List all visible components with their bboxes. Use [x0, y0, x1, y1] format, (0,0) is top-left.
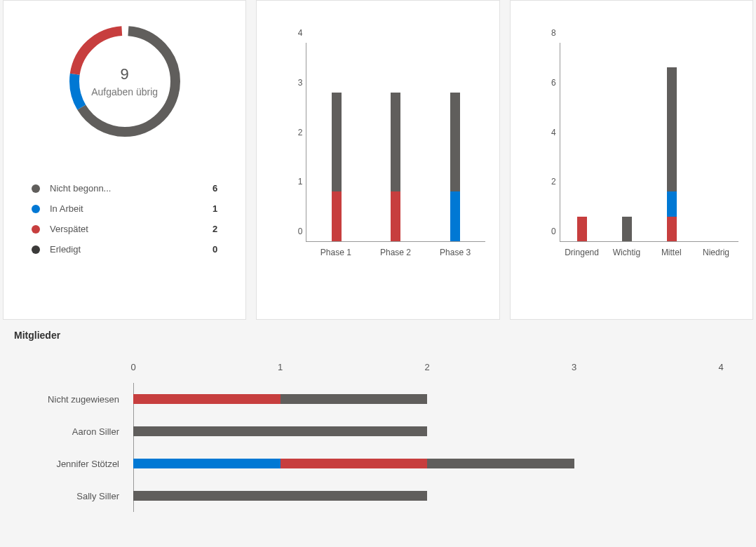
y-tick: 0 — [285, 227, 302, 236]
x-tick: 1 — [278, 362, 283, 372]
member-label: Jennifer Stötzel — [7, 459, 126, 469]
legend-swatch — [32, 184, 40, 193]
member-row: Aaron Siller — [133, 415, 721, 447]
bar-segment — [427, 459, 574, 468]
legend-label: Erledigt — [50, 244, 212, 255]
donut-legend: Nicht begonn...6In Arbeit1Verspätet2Erle… — [18, 183, 231, 255]
bar-segment — [667, 67, 677, 191]
donut-center-label: Aufgaben übrig — [91, 86, 158, 97]
bar-segment — [667, 217, 677, 241]
legend-label: In Arbeit — [50, 203, 212, 214]
legend-row: Nicht begonn...6 — [32, 183, 217, 194]
phases-chart-card: 01234Phase 1Phase 2Phase 3 — [256, 0, 499, 320]
legend-swatch — [32, 225, 40, 234]
bar-segment — [133, 459, 281, 468]
y-tick: 2 — [285, 128, 302, 137]
donut-chart: 9 Aufgaben übrig — [18, 22, 231, 141]
y-tick: 2 — [539, 177, 556, 187]
bar-segment — [622, 217, 632, 241]
legend-row: Verspätet2 — [32, 224, 217, 234]
donut-center-value: 9 — [121, 65, 129, 83]
legend-swatch — [32, 245, 40, 254]
bar-segment — [281, 459, 428, 468]
bar-column — [622, 217, 632, 241]
legend-label: Nicht begonn... — [50, 183, 212, 194]
y-tick: 3 — [285, 78, 302, 88]
legend-label: Verspätet — [50, 224, 212, 234]
members-section: Mitglieder 01234Nicht zugewiesenAaron Si… — [0, 320, 756, 519]
x-tick: 3 — [572, 362, 576, 372]
x-tick: 4 — [718, 362, 723, 372]
bar-segment — [332, 93, 342, 192]
bar-column — [577, 217, 587, 241]
legend-count: 6 — [212, 183, 217, 194]
y-tick: 8 — [539, 28, 556, 38]
legend-count: 2 — [212, 224, 217, 234]
bar-segment — [391, 191, 400, 241]
y-tick: 6 — [539, 78, 556, 88]
member-label: Nicht zugewiesen — [7, 394, 126, 405]
legend-count: 0 — [212, 244, 217, 255]
member-label: Aaron Siller — [7, 426, 126, 437]
x-label: Wichtig — [605, 248, 647, 257]
x-tick: 0 — [130, 362, 135, 372]
bar-segment — [391, 93, 400, 192]
y-tick: 4 — [285, 28, 302, 38]
bar-column — [391, 93, 400, 241]
x-label: Dringend — [561, 248, 603, 257]
priority-chart: 02468DringendWichtigMittelNiedrig — [539, 43, 738, 256]
members-chart: 01234Nicht zugewiesenAaron SillerJennife… — [133, 362, 721, 512]
legend-count: 1 — [212, 203, 217, 214]
members-title: Mitglieder — [14, 330, 749, 341]
priority-chart-card: 02468DringendWichtigMittelNiedrig — [510, 0, 753, 320]
x-label: Phase 3 — [434, 248, 476, 257]
bar-segment — [577, 217, 587, 241]
member-label: Sally Siller — [7, 491, 126, 501]
bar-segment — [332, 191, 342, 241]
y-tick: 1 — [285, 177, 302, 187]
x-label: Niedrig — [695, 248, 737, 257]
status-donut-card: 9 Aufgaben übrig Nicht begonn...6In Arbe… — [3, 0, 246, 320]
bar-segment — [450, 191, 460, 241]
x-label: Phase 1 — [315, 248, 357, 257]
member-row: Sally Siller — [133, 480, 721, 512]
legend-swatch — [32, 205, 40, 213]
bar-segment — [133, 426, 427, 436]
bar-segment — [281, 394, 428, 404]
bar-segment — [667, 191, 677, 216]
x-label: Mittel — [650, 248, 692, 257]
x-label: Phase 2 — [374, 248, 417, 257]
bar-column — [667, 67, 677, 241]
bar-column — [332, 93, 342, 241]
member-row: Jennifer Stötzel — [133, 447, 721, 480]
phases-chart: 01234Phase 1Phase 2Phase 3 — [285, 43, 485, 256]
bar-column — [450, 93, 460, 241]
bar-segment — [133, 491, 427, 501]
y-tick: 4 — [539, 128, 556, 137]
legend-row: In Arbeit1 — [32, 203, 217, 214]
member-row: Nicht zugewiesen — [133, 383, 721, 415]
bar-segment — [133, 394, 281, 404]
y-tick: 0 — [539, 227, 556, 236]
legend-row: Erledigt0 — [32, 244, 217, 255]
x-tick: 2 — [424, 362, 429, 372]
bar-segment — [450, 93, 460, 192]
